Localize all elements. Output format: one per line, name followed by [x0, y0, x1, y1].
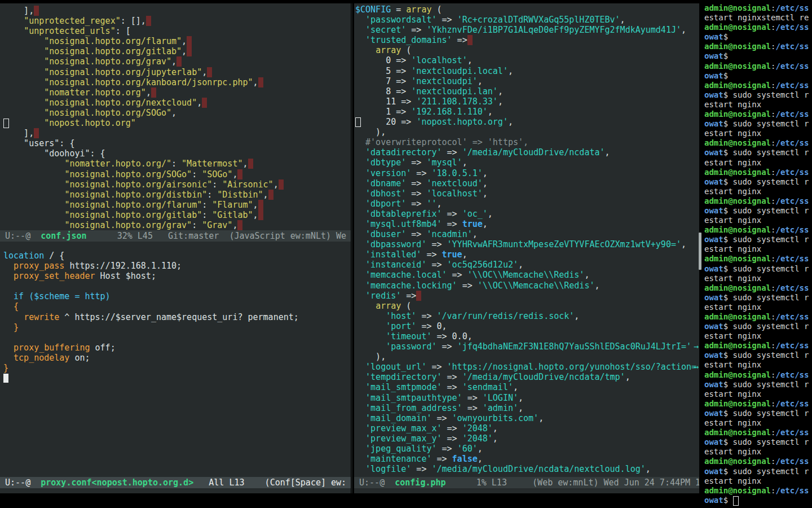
code-line[interactable]: #'overwriteprotocol' => 'https', [355, 137, 699, 147]
code-line[interactable]: 'installed' => true, [355, 249, 699, 260]
terminal-line[interactable]: admin@nosignal:/etc/ss [704, 428, 812, 437]
code-line[interactable]: 'password' => 'jfq4bdhaNEm2F3N1E8hQ7YauS… [355, 341, 699, 352]
code-line[interactable]: "nosignal.hopto.org/kanboard/jsonrpc.php… [3, 77, 351, 87]
code-line[interactable]: "nosignal.hopto.org/grav": "Grav", [3, 220, 351, 230]
code-line[interactable]: 'mail_domain' => 'ownyourbits.com', [355, 413, 699, 423]
modeline-conf-json[interactable]: U:--@ conf.json 32% L45 Git:master (Java… [0, 230, 351, 242]
code-line[interactable]: ], [3, 6, 351, 16]
code-line[interactable]: "users": { [3, 138, 351, 148]
code-line[interactable]: 'datadirectory' => '/media/myCloudDrive/… [355, 147, 699, 157]
terminal-line[interactable]: owat$ [704, 496, 812, 505]
code-line[interactable]: 'tempdirectory' => '/media/myCloudDrive/… [355, 372, 699, 382]
terminal-line[interactable]: admin@nosignal:/etc/ss [704, 283, 812, 293]
terminal-line[interactable]: estart nginx [704, 331, 812, 341]
terminal-line[interactable]: admin@nosignal:/etc/ss [704, 62, 812, 71]
middle-editor-pane[interactable]: $CONFIG = array ( 'passwordsalt' => 'Rc+… [354, 3, 699, 493]
code-line[interactable]: 0 => 'localhost', [355, 55, 699, 65]
terminal-pane[interactable]: admin@nosignal:/etc/ssestart nginxstemct… [703, 0, 812, 508]
code-line[interactable]: 'memcache.local' => '\\OC\\Memcache\\Red… [355, 270, 699, 280]
code-line[interactable]: array ( [355, 45, 699, 55]
code-line[interactable]: 'memcache.locking' => '\\OC\\Memcache\\R… [355, 281, 699, 291]
terminal-line[interactable]: admin@nosignal:/etc/ss [704, 370, 812, 380]
terminal-line[interactable]: estart nginx [704, 216, 812, 225]
code-line[interactable] [3, 332, 351, 343]
code-line[interactable]: tcp_nodelay on; [3, 353, 351, 363]
terminal-line[interactable]: owat$ sudo systemctl r [704, 322, 812, 331]
terminal-line[interactable]: admin@nosignal:/etc/ss [704, 81, 812, 90]
code-line[interactable]: 5 => 'nextcloudpi.local', [355, 66, 699, 76]
terminal-line[interactable]: owat$ sudo systemctl r [704, 467, 812, 476]
terminal-line[interactable]: estart nginx [704, 447, 812, 457]
terminal-line[interactable]: estart nginx [704, 244, 812, 254]
code-line[interactable]: 11 => '211.108.178.33', [355, 97, 699, 107]
code-line[interactable]: ), [355, 352, 699, 362]
terminal-line[interactable]: owat$ [704, 71, 812, 81]
code-line[interactable]: { [3, 301, 351, 312]
code-line[interactable]: "nosignal.hopto.org/jupyterlab", [3, 67, 351, 77]
terminal-line[interactable]: admin@nosignal:/etc/ss [704, 168, 812, 177]
terminal-line[interactable]: admin@nosignal:/etc/ss [704, 399, 812, 409]
terminal-line[interactable]: admin@nosignal:/etc/ss [704, 196, 812, 206]
code-line[interactable]: "nosignal.hopto.org/SOGo": "SOGo", [3, 169, 351, 179]
terminal-line[interactable]: owat$ sudo systemctl r [704, 293, 812, 303]
terminal-line[interactable]: estart nginxstemctl re [704, 13, 812, 23]
terminal-line[interactable]: admin@nosignal:/etc/ss [704, 225, 812, 235]
code-line[interactable]: 1 => '192.168.1.110', [355, 107, 699, 117]
terminal-line[interactable]: admin@nosignal:/etc/ss [704, 341, 812, 351]
code-line[interactable]: "nosignal.hopto.org/flarum", [3, 36, 351, 46]
code-line[interactable]: 'mail_smtpmode' => 'sendmail', [355, 382, 699, 392]
code-line[interactable]: } [3, 363, 351, 373]
code-line[interactable]: "nosignal.hopto.org/grav", [3, 56, 351, 67]
terminal-line[interactable]: admin@nosignal:/etc/ss [704, 138, 812, 148]
code-line[interactable]: proxy_pass https://192.168.1.110; [3, 261, 351, 271]
code-line[interactable]: 'dbname' => 'nextcloud', [355, 178, 699, 189]
code-line[interactable]: location / { [3, 251, 351, 261]
terminal-line[interactable]: admin@nosignal:/etc/ss [704, 486, 812, 496]
code-line[interactable]: 'mysql.utf8mb4' => true, [355, 219, 699, 229]
terminal-line[interactable]: estart nginx [704, 274, 812, 283]
code-line[interactable]: 'dbpassword' => 'YYHRvwAFR3muntxMpeseZeV… [355, 239, 699, 249]
terminal-line[interactable]: estart nginx [704, 187, 812, 196]
left-editor-pane[interactable]: ], "unprotected_regex": [], "unprotected… [0, 3, 351, 493]
code-line[interactable]: 'passwordsalt' => 'Rc+crozalDTdRWVXaGq55… [355, 15, 699, 25]
code-line[interactable]: 'redis' => [355, 291, 699, 301]
code-line[interactable]: array ( [355, 301, 699, 311]
terminal-line[interactable]: estart nginx [704, 158, 812, 168]
code-line[interactable]: 'host' => '/var/run/redis/redis.sock', [355, 311, 699, 321]
code-line[interactable]: 8 => 'nextcloudpi.lan', [355, 86, 699, 97]
code-line[interactable]: "nosignal.hopto.org/gitlab", [3, 46, 351, 56]
terminal-line[interactable]: admin@nosignal:/etc/ss [704, 254, 812, 264]
code-line[interactable]: 'maintenance' => false, [355, 454, 699, 464]
code-line[interactable]: } [3, 322, 351, 332]
code-line[interactable] [3, 373, 351, 383]
code-line[interactable]: 'dbtype' => 'mysql', [355, 157, 699, 168]
terminal-line[interactable]: owat$ sudo systemctl r [704, 90, 812, 100]
config-php-buffer[interactable]: $CONFIG = array ( 'passwordsalt' => 'Rc+… [355, 5, 699, 474]
code-line[interactable]: proxy_set_header Host $host; [3, 271, 351, 281]
code-line[interactable]: "nosignal.hopto.org/airsonic": "Airsonic… [3, 179, 351, 190]
terminal-scrollbar-thumb[interactable] [699, 233, 701, 270]
terminal-line[interactable]: estart nginx [704, 129, 812, 138]
code-line[interactable]: 'logout_url' => 'https://nosignal.hopto.… [355, 362, 699, 372]
terminal-line[interactable]: estart nginx [704, 303, 812, 312]
terminal-line[interactable]: admin@nosignal:/etc/ss [704, 3, 812, 13]
code-line[interactable]: "nomatter.hopto.org", [3, 87, 351, 98]
terminal-line[interactable]: estart nginx [704, 100, 812, 110]
code-line[interactable]: 7 => 'nextcloudpi', [355, 76, 699, 86]
proxy-conf-buffer[interactable]: location / { proxy_pass https://192.168.… [3, 251, 351, 383]
terminal-line[interactable]: estart nginx [704, 476, 812, 486]
code-line[interactable]: "nosignal.hopto.org/SOGo", [3, 108, 351, 118]
terminal-line[interactable]: estart nginx [704, 389, 812, 399]
terminal-line[interactable]: admin@nosignal:/etc/ss [704, 457, 812, 466]
code-line[interactable]: "nopost.hopto.org" [3, 118, 351, 128]
code-line[interactable]: proxy_buffering off; [3, 343, 351, 353]
terminal-output[interactable]: admin@nosignal:/etc/ssestart nginxstemct… [704, 3, 812, 505]
code-line[interactable] [3, 281, 351, 291]
code-line[interactable]: 'dbtableprefix' => 'oc_', [355, 209, 699, 219]
code-line[interactable]: "nosignal.hopto.org/gitlab": "Gitlab", [3, 210, 351, 220]
code-line[interactable]: ], [3, 128, 351, 138]
terminal-line[interactable]: owat$ sudo systemctl r [704, 235, 812, 244]
code-line[interactable]: ), [355, 127, 699, 137]
terminal-line[interactable]: owat$ sudo systemctl r [704, 380, 812, 389]
code-line[interactable]: 'trusted_domains' => [355, 35, 699, 45]
